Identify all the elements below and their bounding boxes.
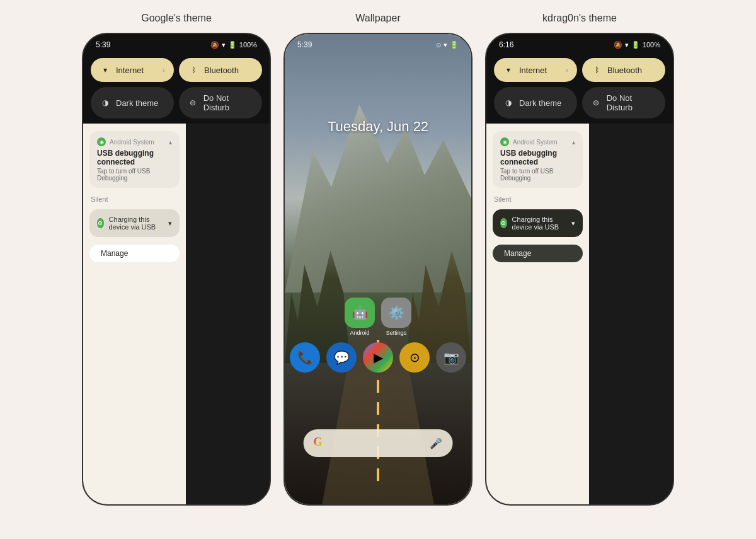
kdrag0n-notification-panel: ◉ Android System ▴ USB debugging connect… (486, 124, 673, 504)
kdrag0n-status-bar: 6:16 🔕 ▾ 🔋 100% (486, 34, 673, 53)
mute-icon: 🔕 (210, 41, 219, 49)
wallpaper-dock-apps: 📞 💬 ▶ ⊙ 📷 (290, 342, 466, 373)
google-status-icons: 🔕 ▾ 🔋 100% (210, 41, 257, 49)
wallpaper-column: Wallpaper 5:39 ⊙ ▾ 🔋 Tuesday, Jun (284, 13, 472, 506)
wallpaper-top-apps: 🤖 Android ⚙️ Settings (345, 298, 411, 336)
chrome-app-icon[interactable]: ⊙ (399, 342, 430, 373)
google-internet-tile[interactable]: ▾ Internet › (91, 58, 174, 82)
android-system-icon: ◉ (97, 137, 106, 146)
bluetooth-icon: ᛒ (188, 64, 199, 76)
wallpaper-time: 5:39 (297, 40, 312, 49)
wallpaper-app-icons: 🤖 Android ⚙️ Settings 📞 💬 ▶ ⊙ (290, 298, 466, 373)
settings-icon-glyph: ⚙️ (389, 305, 404, 320)
kdrag0n-theme-title: kdrag0n's theme (542, 13, 617, 24)
google-darktheme-tile[interactable]: ◑ Dark theme (91, 87, 174, 119)
google-notification-panel: ◉ Android System ▴ USB debugging connect… (83, 124, 270, 504)
kdrag0n-bt-icon: ᛒ (591, 64, 602, 76)
kdrag0n-wifi-tile-icon: ▾ (503, 64, 514, 76)
kdrag0n-tile-row-2: ◑ Dark theme ⊖ Do Not Disturb (494, 87, 665, 119)
chevron-down-icon: ▾ (168, 219, 172, 228)
moon-icon: ◑ (100, 97, 111, 108)
google-notif-subtitle: Tap to turn off USB Debugging (97, 168, 172, 182)
google-logo: G (314, 436, 329, 451)
google-internet-label: Internet (116, 66, 144, 75)
settings-app-label: Settings (386, 330, 407, 336)
wifi-icon: ▾ (100, 64, 111, 76)
kdrag0n-chevron-down: ▾ (571, 219, 575, 228)
kdrag0n-time: 6:16 (499, 40, 513, 49)
settings-app-icon[interactable]: ⚙️ (381, 298, 411, 328)
kdrag0n-chevron-up: ▴ (572, 139, 575, 146)
kdrag0n-tile-row-1: ▾ Internet › ᛒ Bluetooth (494, 58, 665, 82)
mic-icon[interactable]: 🎤 (430, 438, 442, 449)
kdrag0n-bluetooth-label: Bluetooth (607, 66, 642, 75)
android-app-wrapper: 🤖 Android (345, 298, 375, 336)
kdrag0n-charging-left: ⊙ Charging this device via USB (500, 216, 571, 231)
wallpaper-battery-icon: 🔋 (450, 41, 459, 49)
wallpaper-date-display: Tuesday, Jun 22 (328, 119, 428, 135)
wallpaper-status-bar: 5:39 ⊙ ▾ 🔋 (285, 34, 471, 53)
kdrag0n-notif-title: USB debugging connected (500, 149, 575, 166)
kdrag0n-notif-light-panel: ◉ Android System ▴ USB debugging connect… (486, 124, 589, 504)
google-theme-column: Google's theme 5:39 🔕 ▾ 🔋 100% ▾ Interne… (82, 13, 271, 506)
kdrag0n-moon-icon: ◑ (503, 97, 514, 108)
settings-app-wrapper: ⚙️ Settings (381, 298, 411, 336)
kdrag0n-dnd-icon: ⊖ (591, 97, 602, 108)
battery-icon: 🔋 (228, 41, 237, 49)
google-manage-button[interactable]: Manage (89, 245, 180, 262)
google-tile-row-1: ▾ Internet › ᛒ Bluetooth (91, 58, 262, 82)
google-notif-app: ◉ Android System (97, 137, 154, 146)
google-quick-tiles: ▾ Internet › ᛒ Bluetooth ◑ Dark theme ⊖ … (83, 53, 270, 124)
kdrag0n-wifi-icon: ▾ (625, 41, 629, 49)
chevron-right-icon: › (163, 66, 165, 74)
google-notif-title: USB debugging connected (97, 149, 172, 166)
google-silent-label: Silent (89, 193, 180, 204)
kdrag0n-usb-debug-card[interactable]: ◉ Android System ▴ USB debugging connect… (493, 131, 583, 188)
kdrag0n-theme-column: kdrag0n's theme 6:16 🔕 ▾ 🔋 100% ▾ Intern… (485, 13, 674, 506)
play-app-icon[interactable]: ▶ (363, 342, 393, 373)
wallpaper-usb-icon: ⊙ (436, 42, 441, 49)
google-notif-app-name: Android System (110, 139, 154, 146)
google-theme-title: Google's theme (141, 13, 212, 24)
google-tile-row-2: ◑ Dark theme ⊖ Do Not Disturb (91, 87, 262, 119)
wallpaper-wifi-icon: ▾ (444, 41, 447, 49)
kdrag0n-notif-subtitle: Tap to turn off USB Debugging (500, 168, 575, 182)
kdrag0n-theme-phone: 6:16 🔕 ▾ 🔋 100% ▾ Internet › ᛒ Bluetooth (485, 33, 674, 506)
usb-icon: ⊙ (97, 218, 104, 228)
google-notif-header: ◉ Android System ▴ (97, 137, 172, 146)
google-charging-card[interactable]: ⊙ Charging this device via USB ▾ (89, 209, 180, 237)
mountain-background (285, 57, 471, 293)
android-app-label: Android (350, 330, 369, 336)
kdrag0n-dnd-tile[interactable]: ⊖ Do Not Disturb (582, 87, 665, 119)
kdrag0n-dnd-label: Do Not Disturb (607, 93, 656, 112)
kdrag0n-darktheme-label: Dark theme (519, 98, 561, 108)
google-dnd-tile[interactable]: ⊖ Do Not Disturb (179, 87, 262, 119)
wallpaper-date: Tuesday, Jun 22 (328, 119, 428, 135)
camera-app-icon[interactable]: 📷 (436, 342, 466, 373)
kdrag0n-bluetooth-tile[interactable]: ᛒ Bluetooth (582, 58, 665, 82)
google-theme-phone: 5:39 🔕 ▾ 🔋 100% ▾ Internet › ᛒ Bluetooth (82, 33, 271, 506)
kdrag0n-internet-label: Internet (519, 66, 547, 75)
google-usb-debug-card[interactable]: ◉ Android System ▴ USB debugging connect… (89, 131, 180, 188)
kdrag0n-battery-pct: 100% (643, 41, 660, 49)
google-dnd-label: Do Not Disturb (203, 93, 253, 112)
kdrag0n-notif-header: ◉ Android System ▴ (500, 137, 575, 146)
google-charging-left: ⊙ Charging this device via USB (97, 216, 168, 231)
kdrag0n-darktheme-tile[interactable]: ◑ Dark theme (494, 87, 577, 119)
wallpaper-phone: 5:39 ⊙ ▾ 🔋 Tuesday, Jun 22 🤖 (284, 33, 472, 506)
kdrag0n-chevron-icon: › (566, 66, 568, 74)
google-bluetooth-label: Bluetooth (204, 66, 239, 75)
kdrag0n-charging-card[interactable]: ⊙ Charging this device via USB ▾ (493, 209, 583, 237)
phone-app-icon[interactable]: 📞 (290, 342, 320, 373)
messages-app-icon[interactable]: 💬 (326, 342, 357, 373)
wallpaper-search-bar[interactable]: G 🎤 (304, 429, 453, 457)
google-bluetooth-tile[interactable]: ᛒ Bluetooth (179, 58, 262, 82)
kdrag0n-quick-tiles: ▾ Internet › ᛒ Bluetooth ◑ Dark theme ⊖ … (486, 53, 673, 124)
kdrag0n-notif-app: ◉ Android System (500, 137, 558, 146)
android-app-icon[interactable]: 🤖 (345, 298, 375, 328)
dnd-icon: ⊖ (188, 97, 198, 108)
chevron-up-icon: ▴ (169, 139, 172, 146)
kdrag0n-internet-tile[interactable]: ▾ Internet › (494, 58, 577, 82)
kdrag0n-mute-icon: 🔕 (614, 41, 622, 49)
kdrag0n-manage-button[interactable]: Manage (493, 245, 583, 262)
